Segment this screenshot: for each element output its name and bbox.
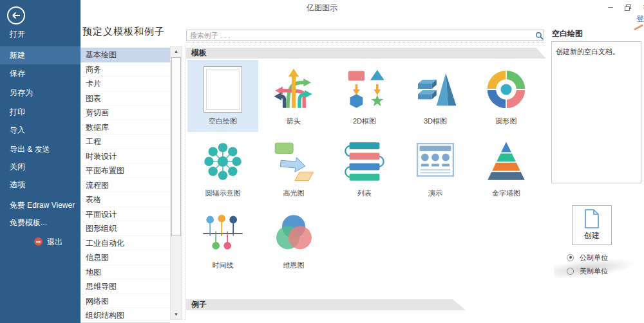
template-tile-presentation[interactable]: 演示 [400, 132, 471, 204]
sidebar-item-label: 免费 Edraw Viewer [10, 201, 75, 210]
examples-section-header: 例子 [186, 299, 466, 310]
category-item-19[interactable]: 组织结构图 [80, 308, 170, 323]
category-item-8[interactable]: 时装设计 [80, 149, 170, 164]
template-label: 列表 [357, 189, 372, 198]
highlight-icon [268, 136, 319, 187]
arrows-icon [268, 64, 319, 115]
sidebar-item-label: 退出 [47, 237, 62, 246]
search-input[interactable] [186, 30, 544, 41]
sidebar-item-7[interactable]: 导出 & 发送 [0, 140, 80, 158]
sidebar-item-label: 保存 [10, 69, 25, 78]
template-tile-timeline[interactable]: 时间线 [187, 204, 258, 276]
radio-selected-icon[interactable] [567, 254, 574, 261]
category-item-3[interactable]: 卡片 [80, 77, 170, 91]
restore-icon [625, 5, 631, 11]
scroll-up-icon[interactable]: ▲ [171, 47, 182, 56]
category-scrollbar[interactable]: ▲ ▼ [170, 46, 182, 320]
sidebar-item-6[interactable]: 导入 [0, 121, 80, 139]
metric-units-label: 公制单位 [580, 253, 608, 263]
login-link[interactable]: 登录 [636, 14, 644, 24]
category-item-13[interactable]: 图形组织 [80, 221, 170, 236]
sidebar-item-4[interactable]: 另存为 [0, 84, 80, 102]
sidebar-item-label: 关闭 [10, 162, 25, 171]
circle-chart-icon [480, 64, 532, 115]
sidebar-item-1[interactable]: 打开 [0, 25, 80, 43]
scroll-down-icon[interactable]: ▼ [171, 310, 182, 319]
list-icon [339, 136, 390, 187]
category-item-10[interactable]: 流程图 [80, 178, 170, 193]
category-item-16[interactable]: 地图 [80, 265, 170, 280]
restore-button[interactable] [622, 3, 634, 14]
sidebar-item-5[interactable]: 打印 [0, 103, 80, 121]
sidebar-item-8[interactable]: 关闭 [0, 158, 80, 176]
category-item-11[interactable]: 表格 [80, 192, 170, 207]
create-button[interactable]: 创建 [572, 205, 612, 245]
templates-section-header: 模板 [186, 48, 546, 59]
back-button[interactable] [6, 6, 26, 25]
category-item-2[interactable]: 商务 [80, 62, 170, 77]
sidebar-item-label: 打开 [10, 30, 25, 39]
template-tile-list[interactable]: 列表 [329, 132, 400, 204]
template-tile-circle-chart[interactable]: 圆形图 [471, 60, 542, 132]
category-item-5[interactable]: 剪切画 [80, 106, 170, 120]
category-item-14[interactable]: 工业自动化 [80, 236, 170, 251]
category-item-12[interactable]: 平面设计 [80, 207, 170, 222]
presentation-icon [410, 136, 461, 187]
category-item-4[interactable]: 图表 [80, 91, 170, 106]
category-item-7[interactable]: 工程 [80, 134, 170, 149]
window-title: 亿图图示 [0, 3, 644, 14]
preview-description-box: 创建新的空白文档。 [551, 41, 641, 183]
pyramid-icon [480, 136, 532, 187]
template-label: 箭头 [287, 116, 301, 126]
metric-units-radio[interactable]: 公制单位 [567, 253, 608, 262]
sidebar-item-label: 打印 [10, 107, 25, 116]
exit-icon [34, 237, 43, 246]
template-tile-venn[interactable]: 维恩图 [258, 204, 329, 276]
template-label: 空白绘图 [209, 116, 237, 126]
minimize-button[interactable]: – [605, 1, 616, 13]
preview-description: 创建新的空白文档。 [556, 48, 620, 55]
template-tile-blocks3d[interactable]: 3D框图 [400, 60, 471, 132]
template-tile-blank[interactable]: 空白绘图 [187, 60, 258, 132]
template-label: 圆形图 [496, 116, 517, 126]
template-tile-highlight[interactable]: 高光图 [258, 132, 329, 204]
sidebar-item-11[interactable]: 免费模板... [0, 214, 80, 232]
category-list: 基本绘图商务卡片图表剪切画数据库工程时装设计平面布置图流程图表格平面设计图形组织… [80, 48, 170, 323]
blocks3d-icon [410, 64, 461, 115]
category-item-17[interactable]: 思维导图 [80, 279, 170, 294]
us-units-radio[interactable]: 美制单位 [567, 266, 608, 275]
template-tile-arrows[interactable]: 箭头 [258, 60, 329, 132]
sidebar-item-label: 导出 & 发送 [10, 145, 50, 154]
sidebar-item-3[interactable]: 保存 [0, 64, 80, 82]
blank-icon [197, 64, 249, 115]
preview-title: 空白绘图 [552, 28, 583, 39]
category-item-15[interactable]: 信息图 [80, 250, 170, 265]
sidebar-item-9[interactable]: 选项 [0, 176, 80, 194]
circle-spoke-icon [197, 136, 249, 187]
template-label: 2D框图 [353, 116, 376, 126]
template-tile-blocks2d[interactable]: 2D框图 [329, 60, 400, 132]
panel-separator [185, 45, 185, 320]
category-item-9[interactable]: 平面布置图 [80, 163, 170, 178]
close-button[interactable]: × [639, 1, 644, 13]
venn-icon [268, 208, 319, 259]
sidebar-item-label: 新建 [10, 51, 25, 60]
timeline-icon [197, 208, 249, 259]
category-item-18[interactable]: 网络图 [80, 294, 170, 309]
template-tile-circle-spoke[interactable]: 圆辐示意图 [187, 132, 258, 204]
search-separator [186, 42, 545, 42]
create-button-label: 创建 [584, 230, 600, 241]
sidebar-item-12[interactable]: 退出 [0, 233, 80, 251]
sidebar-item-2[interactable]: 新建 [0, 46, 80, 64]
radio-unselected-icon[interactable] [567, 268, 574, 275]
blocks2d-icon [339, 64, 390, 115]
search-icon[interactable] [535, 31, 544, 39]
template-tile-pyramid[interactable]: 金字塔图 [471, 132, 542, 204]
sidebar-item-label: 免费模板... [10, 218, 47, 227]
category-item-6[interactable]: 数据库 [80, 120, 170, 135]
sidebar-item-10[interactable]: 免费 Edraw Viewer [0, 196, 80, 214]
scrollbar-thumb[interactable] [171, 57, 181, 236]
category-item-1[interactable]: 基本绘图 [80, 48, 170, 62]
template-label: 时间线 [213, 261, 234, 270]
template-label: 圆辐示意图 [205, 189, 241, 198]
